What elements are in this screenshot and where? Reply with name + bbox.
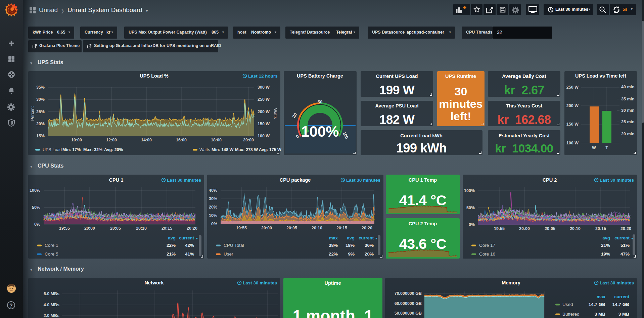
svg-text:20:00: 20:00 xyxy=(243,138,254,142)
svg-text:20:10: 20:10 xyxy=(312,226,322,230)
svg-text:19:55: 19:55 xyxy=(59,226,70,231)
svg-text:Core 17: Core 17 xyxy=(479,243,495,248)
svg-text:20:15: 20:15 xyxy=(336,226,347,230)
svg-text:User: User xyxy=(224,252,233,257)
svg-text:16:00: 16:00 xyxy=(176,138,187,142)
svg-text:42%: 42% xyxy=(185,243,194,248)
svg-text:Network: Network xyxy=(144,280,164,285)
svg-text:50: 50 xyxy=(318,99,322,104)
svg-text:14:00: 14:00 xyxy=(141,138,152,142)
svg-text:15%: 15% xyxy=(36,134,45,138)
svg-text:19%: 19% xyxy=(601,252,610,257)
svg-text:CPU 2: CPU 2 xyxy=(543,177,557,183)
svg-text:Core 1: Core 1 xyxy=(45,243,58,248)
svg-text:current: current xyxy=(614,235,630,240)
svg-text:3 MB: 3 MB xyxy=(595,312,606,317)
svg-text:21%: 21% xyxy=(167,252,176,257)
svg-text:CPU Total: CPU Total xyxy=(224,243,244,248)
svg-text:150 W: 150 W xyxy=(566,122,579,127)
svg-text:UPS Load %: UPS Load % xyxy=(140,73,169,79)
svg-text:avg: avg xyxy=(347,235,355,240)
svg-text:Watts: Watts xyxy=(199,147,210,152)
svg-text:250 W: 250 W xyxy=(566,85,579,90)
svg-text:100%: 100% xyxy=(301,123,339,140)
svg-text:100 W: 100 W xyxy=(566,141,579,145)
svg-text:20:10: 20:10 xyxy=(136,226,147,231)
svg-text:20%: 20% xyxy=(209,205,217,210)
svg-text:20:20: 20:20 xyxy=(362,226,372,230)
svg-text:14.7 GB: 14.7 GB xyxy=(589,302,606,307)
svg-text:20%: 20% xyxy=(36,122,45,126)
svg-text:10%: 10% xyxy=(209,213,217,218)
svg-text:20 min: 20 min xyxy=(621,132,635,136)
svg-text:Avg: 20%: Avg: 20% xyxy=(104,147,123,152)
svg-text:35%: 35% xyxy=(36,85,45,90)
svg-text:Core 16: Core 16 xyxy=(479,252,495,257)
svg-text:20:00: 20:00 xyxy=(84,226,95,231)
svg-text:100%: 100% xyxy=(30,188,40,193)
svg-text:47%: 47% xyxy=(620,252,630,257)
svg-text:3 MB: 3 MB xyxy=(618,312,630,317)
svg-text:300 W: 300 W xyxy=(258,85,270,90)
svg-text:Buffered: Buffered xyxy=(562,312,580,317)
svg-text:25 min: 25 min xyxy=(621,120,635,124)
svg-text:6.0 MBs: 6.0 MBs xyxy=(44,291,59,296)
svg-text:70.000000 GB: 70.000000 GB xyxy=(395,291,422,296)
svg-text:150 W: 150 W xyxy=(258,122,270,126)
svg-text:20:20: 20:20 xyxy=(620,226,631,231)
svg-text:20: 20 xyxy=(291,112,298,119)
svg-text:UPS Battery Charge: UPS Battery Charge xyxy=(297,73,343,79)
svg-text:41%: 41% xyxy=(185,252,194,257)
svg-text:avg: avg xyxy=(603,235,610,240)
svg-text:CPU package: CPU package xyxy=(280,177,311,183)
svg-text:36%: 36% xyxy=(365,243,374,248)
svg-text:50%: 50% xyxy=(32,205,40,210)
svg-text:20:00: 20:00 xyxy=(261,226,272,230)
svg-text:Max: 278 W: Max: 278 W xyxy=(235,147,258,152)
svg-text:max: max xyxy=(329,235,338,240)
svg-text:Last 12 hours: Last 12 hours xyxy=(248,74,278,79)
svg-text:9%: 9% xyxy=(348,252,355,257)
svg-text:100%: 100% xyxy=(464,188,475,193)
svg-text:Last 30 minutes: Last 30 minutes xyxy=(243,280,277,285)
svg-text:Used: Used xyxy=(562,302,573,307)
svg-text:UPS Load: UPS Load xyxy=(43,147,62,152)
svg-text:12:00: 12:00 xyxy=(106,138,117,142)
svg-text:19:55: 19:55 xyxy=(494,226,505,231)
svg-text:Min: 17%: Min: 17% xyxy=(62,147,81,152)
svg-text:30%: 30% xyxy=(36,97,45,102)
svg-text:Min: 148 W: Min: 148 W xyxy=(212,147,233,152)
svg-text:4.0 MBs: 4.0 MBs xyxy=(44,303,59,307)
svg-text:30 min: 30 min xyxy=(621,108,635,113)
svg-text:60.000000 GB: 60.000000 GB xyxy=(395,301,422,306)
svg-text:10:00: 10:00 xyxy=(71,138,82,142)
svg-text:22%: 22% xyxy=(167,243,176,248)
svg-text:Watts: Watts xyxy=(273,108,278,119)
svg-text:0%: 0% xyxy=(211,222,217,226)
svg-text:20:00: 20:00 xyxy=(519,226,530,231)
svg-text:2.0 MBs: 2.0 MBs xyxy=(44,313,59,318)
svg-text:current: current xyxy=(359,235,374,240)
svg-text:Percent: Percent xyxy=(30,106,35,121)
svg-text:Memory: Memory xyxy=(502,280,520,285)
svg-text:35 min: 35 min xyxy=(621,97,635,101)
svg-text:max: max xyxy=(597,294,606,299)
svg-text:T: T xyxy=(605,145,608,150)
svg-text:51%: 51% xyxy=(620,243,630,248)
svg-text:200 W: 200 W xyxy=(258,109,270,114)
svg-text:20:05: 20:05 xyxy=(110,226,121,231)
svg-text:Avg: 175 W: Avg: 175 W xyxy=(259,147,281,152)
svg-text:0%: 0% xyxy=(469,222,475,227)
svg-text:avg: avg xyxy=(168,235,176,240)
svg-text:25%: 25% xyxy=(36,109,45,114)
svg-text:22%: 22% xyxy=(329,252,338,257)
svg-text:20%: 20% xyxy=(365,252,374,257)
svg-text:UPS Load vs Time left: UPS Load vs Time left xyxy=(575,73,626,79)
svg-text:40 min: 40 min xyxy=(621,85,635,89)
svg-text:50.000000 GB: 50.000000 GB xyxy=(395,311,422,316)
svg-text:Max: 32%: Max: 32% xyxy=(83,147,102,152)
svg-text:CPU 1: CPU 1 xyxy=(109,177,124,183)
svg-text:20:10: 20:10 xyxy=(570,226,581,231)
svg-text:Last 30 minutes: Last 30 minutes xyxy=(600,280,634,285)
svg-text:18:00: 18:00 xyxy=(211,138,222,142)
